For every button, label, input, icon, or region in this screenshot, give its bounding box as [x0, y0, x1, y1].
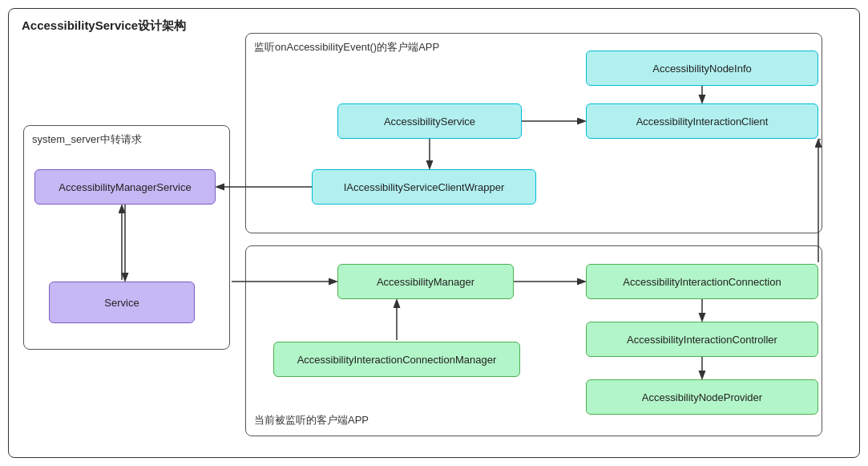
left-box-label: system_server中转请求: [32, 132, 142, 147]
accessibility-interaction-controller-node: AccessibilityInteractionController: [586, 322, 818, 357]
accessibility-interaction-client-node: AccessibilityInteractionClient: [586, 103, 818, 139]
accessibility-manager-service-node: AccessibilityManagerService: [34, 169, 216, 205]
accessibility-interaction-connection-node: AccessibilityInteractionConnection: [586, 264, 818, 299]
accessibility-node-provider-node: AccessibilityNodeProvider: [586, 379, 818, 415]
accessibility-service-node: AccessibilityService: [337, 103, 522, 139]
accessibility-node-info-node: AccessibilityNodeInfo: [586, 51, 818, 86]
diagram-container: AccessibilityService设计架构 监听onAccessibili…: [8, 8, 860, 458]
accessibility-manager-node: AccessibilityManager: [337, 264, 514, 299]
service-node: Service: [49, 282, 195, 323]
main-title: AccessibilityService设计架构: [22, 18, 186, 34]
accessibility-interaction-connection-manager-node: AccessibilityInteractionConnectionManage…: [273, 342, 520, 377]
bottom-right-box-label: 当前被监听的客户端APP: [254, 413, 369, 428]
i-accessibility-service-client-wrapper-node: IAccessibilityServiceClientWrapper: [312, 169, 536, 205]
top-right-box-label: 监听onAccessibilityEvent()的客户端APP: [254, 40, 439, 55]
